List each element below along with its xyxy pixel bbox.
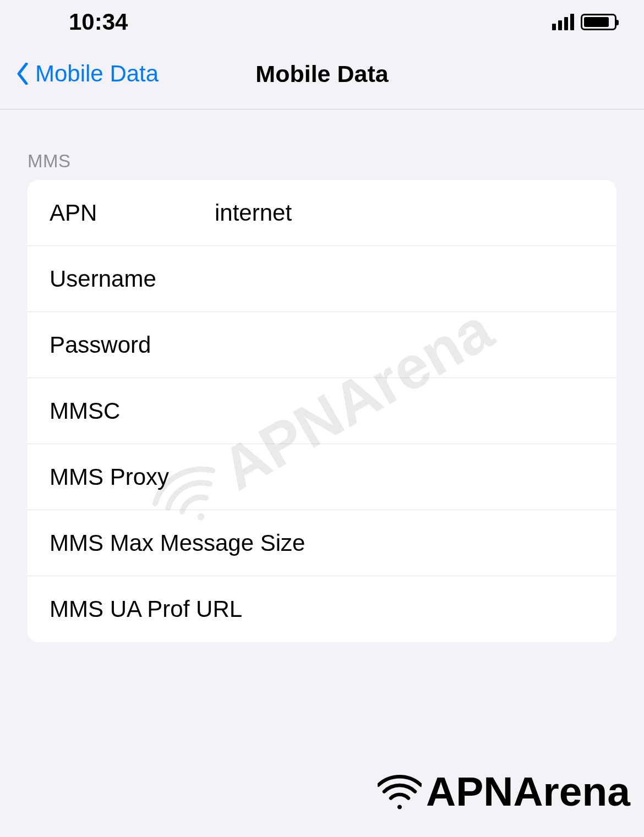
apn-row[interactable]: APN xyxy=(28,180,616,246)
status-indicators xyxy=(552,14,616,30)
status-bar: 10:34 xyxy=(0,0,644,44)
page-title: Mobile Data xyxy=(255,61,388,87)
mms-max-size-row[interactable]: MMS Max Message Size xyxy=(28,510,616,576)
wifi-icon xyxy=(378,774,422,809)
username-row[interactable]: Username xyxy=(28,246,616,312)
apn-label: APN xyxy=(50,200,215,226)
mms-max-size-label: MMS Max Message Size xyxy=(50,530,616,556)
mms-settings-group: APN Username Password MMSC MMS Proxy MMS… xyxy=(28,180,616,642)
chevron-left-icon xyxy=(17,63,29,85)
back-button[interactable]: Mobile Data xyxy=(17,61,159,87)
username-input[interactable] xyxy=(215,266,616,292)
mms-proxy-row[interactable]: MMS Proxy xyxy=(28,444,616,510)
mmsc-label: MMSC xyxy=(50,398,215,424)
password-label: Password xyxy=(50,332,215,358)
watermark-text: APNArena xyxy=(426,768,630,815)
status-time: 10:34 xyxy=(69,9,128,35)
mms-proxy-input[interactable] xyxy=(215,464,616,490)
mms-ua-prof-row[interactable]: MMS UA Prof URL xyxy=(28,576,616,642)
mmsc-input[interactable] xyxy=(215,398,616,424)
battery-icon xyxy=(581,14,616,30)
password-input[interactable] xyxy=(215,332,616,358)
apn-input[interactable] xyxy=(215,200,616,226)
mmsc-row[interactable]: MMSC xyxy=(28,378,616,444)
navigation-bar: Mobile Data Mobile Data xyxy=(0,44,644,110)
watermark-bottom: APNArena xyxy=(378,768,630,815)
back-label: Mobile Data xyxy=(35,61,159,87)
mms-proxy-label: MMS Proxy xyxy=(50,464,215,490)
mms-ua-prof-label: MMS UA Prof URL xyxy=(50,596,616,622)
section-header-mms: MMS xyxy=(0,110,644,180)
username-label: Username xyxy=(50,266,215,292)
password-row[interactable]: Password xyxy=(28,312,616,378)
cellular-signal-icon xyxy=(552,14,574,30)
